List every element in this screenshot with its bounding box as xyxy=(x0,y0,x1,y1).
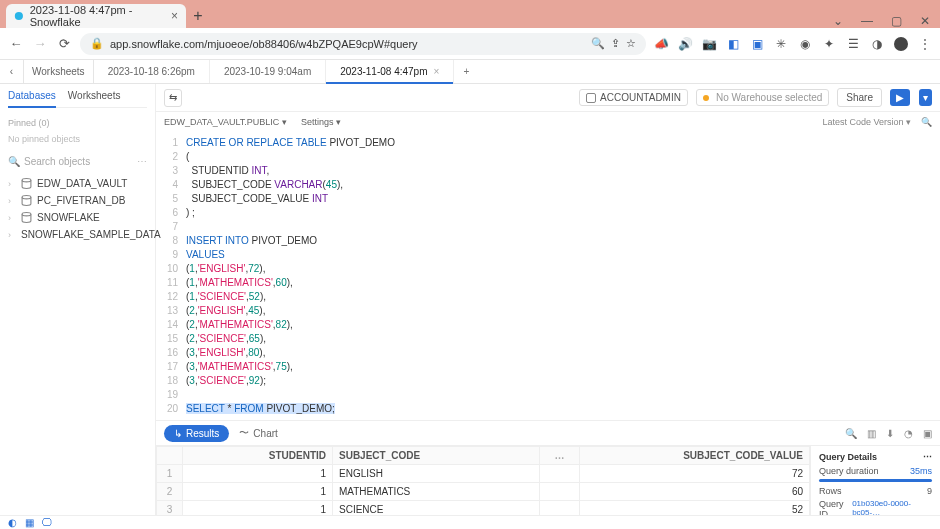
role-icon xyxy=(586,93,596,103)
result-search-icon[interactable]: 🔍 xyxy=(845,428,857,439)
code-version-selector[interactable]: Latest Code Version ▾ xyxy=(822,117,911,127)
menu-icon[interactable]: ⋮ xyxy=(918,37,932,51)
warehouse-label: No Warehouse selected xyxy=(716,92,822,103)
star-icon[interactable]: ☆ xyxy=(626,37,636,50)
lock-icon: 🔒 xyxy=(90,37,104,50)
sidebar-tab-databases[interactable]: Databases xyxy=(8,90,56,108)
worksheet-tab[interactable]: 2023-10-18 6:26pm xyxy=(94,60,210,83)
col-header[interactable]: SUBJECT_CODE_VALUE xyxy=(580,447,810,465)
search-icon: 🔍 xyxy=(8,156,20,167)
code-body[interactable]: CREATE OR REPLACE TABLE PIVOT_DEMO ( STU… xyxy=(186,136,940,416)
database-item[interactable]: ›PC_FIVETRAN_DB xyxy=(8,192,147,209)
col-header[interactable]: SUBJECT_CODE xyxy=(333,447,540,465)
minimize-icon[interactable]: — xyxy=(861,14,873,28)
worksheets-label[interactable]: Worksheets xyxy=(24,60,94,83)
table-row[interactable]: 1 1 ENGLISH 72 xyxy=(157,465,810,483)
url-text: app.snowflake.com/mjuoeoe/ob88406/w4bZPQ… xyxy=(110,38,418,50)
database-item[interactable]: ›SNOWFLAKE xyxy=(8,209,147,226)
chevron-down-icon[interactable]: ⌄ xyxy=(833,14,843,28)
table-row[interactable]: 3 1 SCIENCE 52 xyxy=(157,501,810,516)
ext-icon[interactable]: 📷 xyxy=(702,37,716,51)
status-bar: ◐ ▦ 🖵 xyxy=(0,515,940,529)
worksheet-tab[interactable]: 2023-10-19 9:04am xyxy=(210,60,326,83)
role-selector[interactable]: ACCOUNTADMIN xyxy=(579,89,688,106)
warehouse-status-icon xyxy=(703,95,709,101)
columns-icon[interactable]: ▥ xyxy=(867,428,876,439)
download-icon[interactable]: ⬇ xyxy=(886,428,894,439)
ext-icon[interactable]: ✳ xyxy=(774,37,788,51)
expand-icon[interactable]: ▣ xyxy=(923,428,932,439)
reading-list-icon[interactable]: ☰ xyxy=(846,37,860,51)
database-icon xyxy=(21,178,32,189)
reload-icon[interactable]: ⟳ xyxy=(56,36,72,52)
ext-icon[interactable]: 📣 xyxy=(654,37,668,51)
tab-chart[interactable]: 〜 Chart xyxy=(239,426,277,440)
worksheets-back-button[interactable]: ‹ xyxy=(0,60,24,83)
status-icon[interactable]: ◐ xyxy=(8,517,17,528)
line-gutter: 1234567891011121314151617181920 xyxy=(156,136,186,416)
add-worksheet-button[interactable]: + xyxy=(454,60,478,83)
extensions: 📣 🔊 📷 ◧ ▣ ✳ ◉ ✦ ☰ ◑ ⋮ xyxy=(654,37,932,51)
database-icon xyxy=(21,195,32,206)
svg-point-1 xyxy=(22,179,31,182)
panel-toggle-button[interactable]: ⇆ xyxy=(164,89,182,107)
svg-point-3 xyxy=(22,213,31,216)
duration-bar xyxy=(819,479,932,482)
status-icon[interactable]: 🖵 xyxy=(42,517,52,528)
run-dropdown[interactable]: ▾ xyxy=(919,89,932,106)
sidebar-search[interactable]: 🔍 Search objects ⋯ xyxy=(8,156,147,167)
search-code-icon[interactable]: 🔍 xyxy=(921,117,932,127)
sql-editor[interactable]: 1234567891011121314151617181920 CREATE O… xyxy=(156,132,940,420)
ext-icon[interactable]: ◧ xyxy=(726,37,740,51)
sidebar-tab-worksheets[interactable]: Worksheets xyxy=(68,90,121,101)
share-url-icon[interactable]: ⇪ xyxy=(611,37,620,50)
back-icon[interactable]: ← xyxy=(8,36,24,52)
details-more-icon[interactable]: ⋯ xyxy=(923,452,932,462)
url-input[interactable]: 🔒 app.snowflake.com/mjuoeoe/ob88406/w4bZ… xyxy=(80,33,646,55)
svg-point-0 xyxy=(15,12,23,20)
details-title: Query Details xyxy=(819,452,877,462)
status-icon[interactable]: ▦ xyxy=(25,517,34,528)
extensions-icon[interactable]: ✦ xyxy=(822,37,836,51)
results-grid[interactable]: STUDENTID SUBJECT_CODE … SUBJECT_CODE_VA… xyxy=(156,446,810,515)
col-overflow[interactable]: … xyxy=(540,447,580,465)
settings-menu[interactable]: Settings ▾ xyxy=(301,117,341,127)
schema-selector[interactable]: EDW_DATA_VAULT.PUBLIC ▾ xyxy=(164,117,287,127)
sidebar-more-icon[interactable]: ⋯ xyxy=(137,156,147,167)
ext-icon[interactable]: 🔊 xyxy=(678,37,692,51)
zoom-icon[interactable]: 🔍 xyxy=(591,37,605,50)
worksheet-tab-bar: ‹ Worksheets 2023-10-18 6:26pm2023-10-19… xyxy=(0,60,940,84)
worksheet-tab[interactable]: 2023-11-08 4:47pm× xyxy=(326,60,454,83)
close-icon[interactable]: × xyxy=(171,9,178,23)
snowflake-icon xyxy=(14,10,24,22)
browser-tab-strip: 2023-11-08 4:47pm - Snowflake × + ⌄ — ▢ … xyxy=(0,0,940,28)
ext-icon[interactable]: ◑ xyxy=(870,37,884,51)
forward-icon[interactable]: → xyxy=(32,36,48,52)
profile-icon[interactable] xyxy=(894,37,908,51)
maximize-icon[interactable]: ▢ xyxy=(891,14,902,28)
database-item[interactable]: ›SNOWFLAKE_SAMPLE_DATA xyxy=(8,226,147,243)
context-row: EDW_DATA_VAULT.PUBLIC ▾ Settings ▾ Lates… xyxy=(156,112,940,132)
tab-results[interactable]: ↳ Results xyxy=(164,425,229,442)
address-bar: ← → ⟳ 🔒 app.snowflake.com/mjuoeoe/ob8840… xyxy=(0,28,940,60)
new-tab-button[interactable]: + xyxy=(186,4,210,28)
svg-point-2 xyxy=(22,196,31,199)
run-button[interactable]: ▶ xyxy=(890,89,910,106)
database-item[interactable]: ›EDW_DATA_VAULT xyxy=(8,175,147,192)
clock-icon[interactable]: ◔ xyxy=(904,428,913,439)
chevron-right-icon: › xyxy=(8,213,16,223)
query-id-link[interactable]: 01b030e0-0000-bc05-… xyxy=(852,499,932,515)
browser-tab[interactable]: 2023-11-08 4:47pm - Snowflake × xyxy=(6,4,186,28)
no-pinned-text: No pinned objects xyxy=(8,134,147,144)
ext-icon[interactable]: ◉ xyxy=(798,37,812,51)
col-header[interactable]: STUDENTID xyxy=(183,447,333,465)
warehouse-selector[interactable]: No Warehouse selected xyxy=(696,89,829,106)
pinned-header: Pinned (0) xyxy=(8,118,147,128)
result-tabs: ↳ Results 〜 Chart 🔍 ▥ ⬇ ◔ ▣ xyxy=(156,420,940,446)
query-details-panel: Query Details⋯ Query duration35ms Rows9 … xyxy=(810,446,940,515)
close-icon[interactable]: × xyxy=(434,66,440,77)
table-row[interactable]: 2 1 MATHEMATICS 60 xyxy=(157,483,810,501)
share-button[interactable]: Share xyxy=(837,88,882,107)
ext-icon[interactable]: ▣ xyxy=(750,37,764,51)
window-close-icon[interactable]: ✕ xyxy=(920,14,930,28)
